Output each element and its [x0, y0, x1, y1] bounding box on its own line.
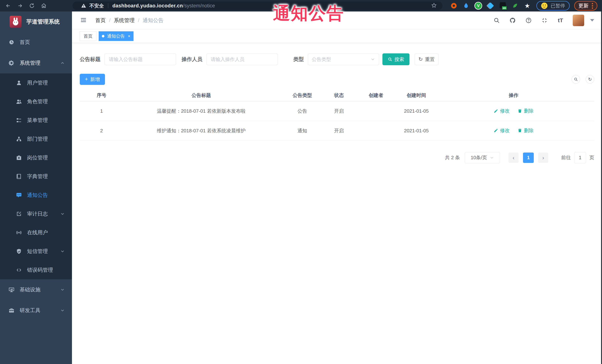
type-select[interactable]: 公告类型: [308, 53, 379, 65]
sidebar-item-post-management[interactable]: 岗位管理: [0, 148, 72, 167]
operator-filter-input[interactable]: [206, 53, 278, 65]
search-button[interactable]: 搜索: [382, 53, 409, 65]
page-size-select[interactable]: 10条/页: [465, 152, 500, 163]
app-logo-row[interactable]: 芋道管理系统: [0, 11, 72, 32]
browser-update-button[interactable]: 更新: [574, 1, 597, 10]
shield-check-icon: [15, 248, 23, 255]
message-bubble-icon: [15, 191, 23, 199]
sidebar-item-notice[interactable]: 通知公告: [0, 186, 72, 204]
help-icon[interactable]: [525, 17, 532, 24]
collapse-sidebar-icon[interactable]: [80, 17, 88, 24]
insecure-warning-icon: [81, 3, 86, 9]
extension-star-icon[interactable]: ★: [524, 2, 531, 9]
refresh-table-icon[interactable]: ↻: [586, 75, 594, 83]
table-row: 1 温馨提醒：2018-07-01 若依新版本发布啦 公告 开启 2021-01…: [80, 101, 594, 121]
sidebar-item-online-users[interactable]: 在线用户: [0, 223, 72, 242]
chevron-down-icon: [60, 211, 65, 216]
search-icon[interactable]: [493, 17, 500, 24]
profile-paused-pill[interactable]: 已暂停: [536, 1, 570, 10]
sidebar-item-menu-management[interactable]: 菜单管理: [0, 111, 72, 130]
sidebar-item-dict-management[interactable]: 字典管理: [0, 167, 72, 186]
search-button-label: 搜索: [395, 56, 404, 63]
current-page-button[interactable]: 1: [523, 153, 534, 163]
sidebar-item-home[interactable]: 首页: [0, 32, 72, 53]
system-submenu: 用户管理 角色管理 菜单管理 部门管理: [0, 73, 72, 279]
cell-actions: 修改 删除: [433, 101, 594, 121]
extensions-row: V on ★: [450, 2, 531, 9]
extension-ring-icon[interactable]: [450, 2, 457, 9]
breadcrumb: 首页 / 系统管理 / 通知公告: [95, 17, 164, 24]
sidebar-item-dev-tools[interactable]: 研发工具: [0, 300, 72, 321]
breadcrumb-system[interactable]: 系统管理: [114, 17, 135, 24]
cell-title: 维护通知：2018-07-01 若依系统凌晨维护: [123, 121, 279, 140]
paused-label: 已暂停: [551, 3, 565, 9]
forward-icon[interactable]: [17, 2, 23, 9]
fullscreen-icon[interactable]: [541, 17, 548, 24]
back-icon[interactable]: [5, 2, 12, 9]
avatar[interactable]: [573, 15, 584, 26]
broadcast-icon: [15, 229, 23, 236]
code-icon: [15, 266, 23, 274]
extension-v-label: V: [477, 3, 480, 8]
font-size-icon[interactable]: tT: [557, 17, 564, 24]
breadcrumb-home[interactable]: 首页: [95, 17, 106, 24]
extension-proxy-icon[interactable]: on: [499, 2, 506, 9]
user-icon: [15, 79, 23, 87]
sidebar-item-role-management[interactable]: 角色管理: [0, 92, 72, 111]
cell-created: 2021-01-05: [400, 101, 433, 121]
next-page-button[interactable]: ›: [538, 153, 548, 163]
delete-label: 删除: [524, 127, 534, 134]
title-filter-input[interactable]: [105, 53, 176, 65]
sidebar-item-label: 角色管理: [27, 98, 48, 105]
tab-home[interactable]: 首页: [80, 31, 97, 41]
edit-button[interactable]: 修改: [494, 127, 510, 134]
extension-drop-icon[interactable]: [462, 2, 470, 9]
main-area: 首页 / 系统管理 / 通知公告 tT: [72, 11, 602, 364]
refresh-icon: ↻: [419, 57, 423, 62]
delete-button[interactable]: 删除: [518, 127, 534, 134]
gear-icon: [8, 59, 15, 67]
cell-status: 开启: [325, 101, 352, 121]
sidebar-item-system[interactable]: 系统管理: [0, 53, 72, 73]
bookmark-star-icon[interactable]: [431, 2, 437, 9]
caret-down-icon[interactable]: [590, 19, 594, 21]
cell-type: 公告: [279, 101, 325, 121]
cell-actions: 修改 删除: [433, 121, 594, 140]
sidebar-item-audit-log[interactable]: 审计日志: [0, 204, 72, 223]
reset-button[interactable]: ↻ 重置: [415, 53, 438, 65]
extension-leaf-icon[interactable]: [512, 2, 518, 9]
browser-menu-icon[interactable]: [592, 3, 593, 9]
goto-page-input[interactable]: [574, 152, 586, 163]
sidebar-item-error-code[interactable]: 错误码管理: [0, 260, 72, 279]
delete-button[interactable]: 删除: [518, 108, 534, 114]
monitor-chart-icon: [8, 286, 15, 293]
sidebar-item-label: 字典管理: [27, 173, 48, 180]
edit-label: 修改: [500, 127, 510, 134]
chevron-up-icon: [60, 61, 65, 65]
extension-gem-icon[interactable]: [487, 2, 494, 9]
sidebar-item-dept-management[interactable]: 部门管理: [0, 130, 72, 148]
extension-green-icon[interactable]: V: [475, 2, 482, 9]
close-icon[interactable]: ×: [128, 34, 130, 38]
badge-icon: [15, 154, 23, 161]
prev-page-button[interactable]: ‹: [508, 153, 518, 163]
edit-button[interactable]: 修改: [494, 108, 510, 114]
cell-created: 2021-01-05: [400, 121, 433, 140]
sidebar-item-user-management[interactable]: 用户管理: [0, 73, 72, 92]
address-bar[interactable]: 不安全 dashboard.yudao.iocoder.cn/system/no…: [73, 1, 442, 10]
github-icon[interactable]: [509, 17, 516, 24]
toggle-search-icon[interactable]: [572, 75, 580, 83]
sidebar-item-label: 研发工具: [20, 307, 40, 314]
tab-notice[interactable]: 通知公告 ×: [99, 31, 134, 41]
home-icon[interactable]: [40, 2, 47, 9]
sidebar-item-infrastructure[interactable]: 基础设施: [0, 279, 72, 300]
insecure-label: 不安全: [89, 3, 104, 9]
trash-icon: [518, 109, 522, 113]
operator-filter-label: 操作人员: [182, 56, 202, 63]
sidebar-item-sms-management[interactable]: 短信管理: [0, 242, 72, 260]
dashboard-icon: [8, 39, 15, 46]
delete-label: 删除: [524, 108, 534, 114]
reload-icon[interactable]: [28, 2, 35, 9]
browser-toolbar: 不安全 dashboard.yudao.iocoder.cn/system/no…: [0, 0, 602, 11]
add-button[interactable]: + 新增: [80, 74, 105, 85]
